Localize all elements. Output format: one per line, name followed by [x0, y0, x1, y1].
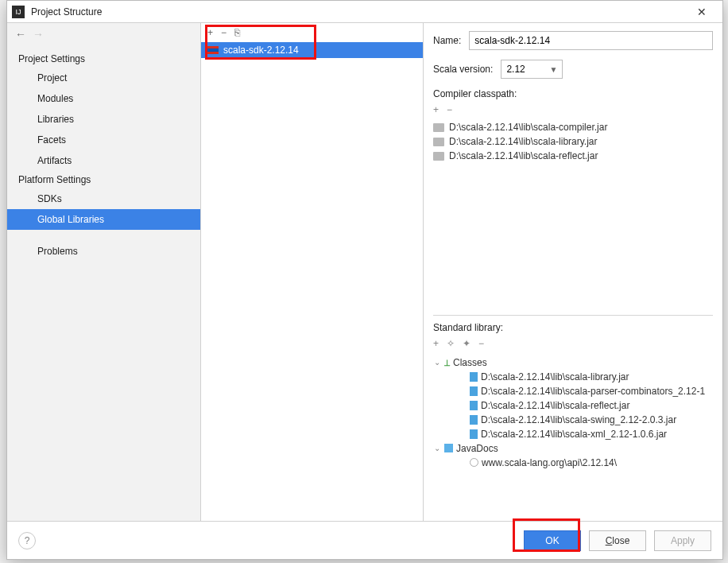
folder-icon — [433, 152, 444, 161]
sidebar-item-modules[interactable]: Modules — [7, 88, 200, 109]
compiler-jar[interactable]: D:\scala-2.12.14\lib\scala-reflect.jar — [433, 149, 713, 163]
javadocs-icon — [444, 444, 453, 452]
library-detail-panel: Name: Scala version: 2.12 ▼ Compiler cla… — [424, 23, 722, 521]
stdlib-toolbar: + ✧ ✦ − — [433, 336, 713, 354]
standard-library-label: Standard library: — [433, 322, 713, 333]
sidebar-item-project[interactable]: Project — [7, 68, 200, 88]
library-item-scala-sdk[interactable]: scala-sdk-2.12.14 — [201, 42, 423, 58]
folder-icon — [433, 138, 444, 146]
close-button[interactable]: CCloselose — [589, 530, 646, 551]
jar-icon — [470, 429, 478, 439]
name-label: Name: — [433, 35, 461, 46]
scala-sdk-icon — [207, 46, 219, 54]
nav-back-icon[interactable]: ← — [15, 28, 26, 41]
jar-icon — [470, 401, 478, 410]
stdlib-remove-icon[interactable]: − — [478, 338, 484, 349]
sidebar-item-global-libraries[interactable]: Global Libraries — [7, 209, 200, 230]
library-list-panel: + − ⎘ scala-sdk-2.12.14 — [201, 23, 424, 521]
ok-button[interactable]: OK — [524, 530, 581, 551]
scala-version-select[interactable]: 2.12 ▼ — [501, 60, 563, 79]
project-structure-dialog: IJ Project Structure ✕ ← → Project Setti… — [6, 0, 723, 560]
sidebar-item-libraries[interactable]: Libraries — [7, 109, 200, 130]
window-title: Project Structure — [31, 6, 686, 17]
add-library-icon[interactable]: + — [207, 27, 213, 38]
help-button[interactable]: ? — [18, 532, 36, 549]
copy-library-icon[interactable]: ⎘ — [234, 27, 240, 38]
tree-jar[interactable]: D:\scala-2.12.14\lib\scala-parser-combin… — [433, 384, 713, 398]
library-toolbar: + − ⎘ — [201, 23, 423, 42]
compiler-toolbar: + − — [433, 103, 713, 120]
sidebar-item-facets[interactable]: Facets — [7, 130, 200, 150]
nav-forward-icon[interactable]: → — [33, 28, 44, 41]
scala-version-label: Scala version: — [433, 64, 493, 75]
chevron-down-icon: ▼ — [549, 65, 557, 74]
app-icon: IJ — [12, 6, 25, 18]
tree-node-javadocs[interactable]: ⌄ JavaDocs — [433, 441, 713, 456]
sidebar-item-sdks[interactable]: SDKs — [7, 188, 200, 209]
stdlib-add-icon[interactable]: + — [433, 338, 439, 349]
name-input[interactable] — [469, 31, 713, 50]
apply-button[interactable]: Apply — [654, 530, 711, 551]
jar-icon — [470, 372, 478, 382]
compiler-jar[interactable]: D:\scala-2.12.14\lib\scala-library.jar — [433, 134, 713, 149]
expand-icon[interactable]: ⌄ — [433, 358, 441, 367]
close-icon[interactable]: ✕ — [686, 6, 718, 18]
sidebar: ← → Project Settings Project Modules Lib… — [7, 23, 201, 521]
compiler-add-icon[interactable]: + — [433, 104, 439, 115]
stdlib-tree: ⌄ ⟂ Classes D:\scala-2.12.14\lib\scala-l… — [433, 355, 713, 503]
dialog-body: ← → Project Settings Project Modules Lib… — [7, 23, 722, 521]
tree-jar[interactable]: D:\scala-2.12.14\lib\scala-xml_2.12-1.0.… — [433, 427, 713, 441]
folder-icon — [433, 123, 444, 132]
jar-icon — [470, 386, 478, 396]
globe-icon — [470, 458, 478, 467]
remove-library-icon[interactable]: − — [221, 27, 227, 38]
compiler-remove-icon[interactable]: − — [447, 104, 452, 115]
tree-jar[interactable]: D:\scala-2.12.14\lib\scala-reflect.jar — [433, 398, 713, 413]
sidebar-tree: Project Settings Project Modules Librari… — [7, 45, 200, 262]
sidebar-item-problems[interactable]: Problems — [7, 241, 200, 262]
dialog-footer: ? OK CCloselose Apply — [7, 521, 722, 559]
tree-jar[interactable]: D:\scala-2.12.14\lib\scala-library.jar — [433, 370, 713, 384]
group-project-settings: Project Settings — [7, 50, 200, 68]
compiler-jar[interactable]: D:\scala-2.12.14\lib\scala-compiler.jar — [433, 120, 713, 134]
library-list: scala-sdk-2.12.14 — [201, 42, 423, 521]
tree-jar[interactable]: D:\scala-2.12.14\lib\scala-swing_2.12-2.… — [433, 413, 713, 427]
history-nav: ← → — [7, 23, 200, 45]
scala-version-value: 2.12 — [506, 64, 525, 75]
library-item-label: scala-sdk-2.12.14 — [223, 45, 299, 56]
jar-icon — [470, 415, 478, 425]
group-platform-settings: Platform Settings — [7, 171, 200, 188]
tree-doc-url[interactable]: www.scala-lang.org\api\2.12.14\ — [433, 456, 713, 470]
tree-node-classes[interactable]: ⌄ ⟂ Classes — [433, 355, 713, 370]
titlebar: IJ Project Structure ✕ — [7, 1, 722, 23]
compiler-classpath-label: Compiler classpath: — [433, 88, 713, 99]
stdlib-addurl-icon[interactable]: ✦ — [463, 338, 470, 349]
sidebar-item-artifacts[interactable]: Artifacts — [7, 150, 200, 171]
compiler-jar-list: D:\scala-2.12.14\lib\scala-compiler.jar … — [433, 120, 713, 163]
classes-icon: ⟂ — [444, 357, 450, 368]
expand-icon[interactable]: ⌄ — [433, 444, 441, 452]
stdlib-addfolder-icon[interactable]: ✧ — [447, 338, 455, 349]
